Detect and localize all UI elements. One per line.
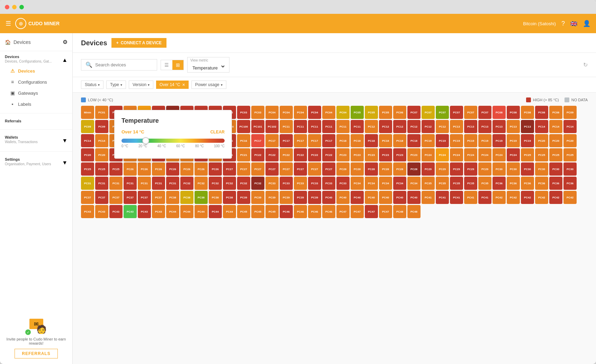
device-tile[interactable]: PC01 (95, 106, 108, 119)
device-tile[interactable]: PC37 (81, 191, 94, 204)
status-filter[interactable]: Status ▾ (81, 81, 103, 89)
device-tile[interactable]: PC33 (308, 177, 321, 190)
grid-view-button[interactable]: ⊞ (172, 60, 183, 70)
device-tile[interactable]: PC27 (237, 162, 250, 176)
device-tile[interactable]: PC21 (237, 148, 250, 161)
device-tile[interactable]: PC27 (265, 162, 279, 176)
device-tile[interactable]: PC39 (265, 191, 279, 204)
device-tile[interactable]: PC04 (336, 106, 350, 119)
device-tile[interactable]: PC34 (365, 177, 378, 190)
device-tile[interactable]: PC14 (95, 134, 108, 147)
sidebar-item-configurations[interactable]: ≡ Configurations (5, 76, 67, 87)
referrals-button[interactable]: REFERRALS (15, 349, 57, 358)
device-tile[interactable]: PC07 (450, 106, 463, 119)
device-tile[interactable]: PC11 (280, 120, 293, 133)
device-tile[interactable]: PC42 (563, 191, 577, 204)
temp-slider-thumb[interactable] (142, 137, 149, 144)
device-tile[interactable]: PC07 (407, 106, 421, 119)
device-tile[interactable]: PC101 (251, 120, 264, 133)
device-tile[interactable]: PC11 (336, 120, 350, 133)
search-box[interactable]: 🔍 (81, 59, 157, 71)
device-tile[interactable]: PC40 (336, 191, 350, 204)
device-tile[interactable]: PC35 (478, 177, 491, 190)
device-tile[interactable]: PC28 (379, 162, 392, 176)
device-tile[interactable]: PC08 (549, 106, 562, 119)
device-tile[interactable]: PC22 (308, 148, 321, 161)
device-tile[interactable]: PC06 (393, 106, 406, 119)
device-tile[interactable]: PC12 (422, 120, 435, 133)
device-tile[interactable]: PC36 (535, 177, 548, 190)
device-tile[interactable]: PC27 (322, 162, 335, 176)
device-tile[interactable]: PC44 (209, 205, 222, 218)
search-input[interactable] (95, 62, 153, 67)
device-tile[interactable]: PC24 (507, 148, 520, 161)
device-tile[interactable]: PC05 (351, 106, 364, 119)
device-tile[interactable]: PC04 (308, 106, 321, 119)
device-tile[interactable]: PC18 (336, 134, 350, 147)
device-tile[interactable]: PC38 (209, 191, 222, 204)
device-tile[interactable]: PC23 (393, 148, 406, 161)
device-tile[interactable]: PC33 (280, 177, 293, 190)
device-tile[interactable]: PC46 (308, 205, 321, 218)
device-tile[interactable]: PC37 (109, 191, 123, 204)
device-tile[interactable]: PC18 (393, 134, 406, 147)
device-tile[interactable]: PC27 (280, 162, 293, 176)
device-tile[interactable]: PC13 (493, 120, 506, 133)
device-tile[interactable]: PC32 (209, 177, 222, 190)
device-tile[interactable]: PC27 (294, 162, 307, 176)
device-tile[interactable]: PC30 (535, 162, 548, 176)
device-tile[interactable]: PC16 (237, 134, 250, 147)
device-tile[interactable]: PC19 (436, 134, 449, 147)
device-tile[interactable]: PC04 (322, 106, 335, 119)
device-tile[interactable]: PC08 (521, 106, 534, 119)
device-tile[interactable]: PC37 (124, 191, 137, 204)
device-tile[interactable]: PC13 (521, 120, 534, 133)
device-tile[interactable]: PC24 (478, 148, 491, 161)
device-tile[interactable]: PC34 (379, 177, 392, 190)
device-tile[interactable]: PC39 (294, 191, 307, 204)
device-tile[interactable]: PC43 (124, 205, 137, 218)
device-tile[interactable]: PC28 (351, 162, 364, 176)
device-tile[interactable]: PC09 (563, 106, 577, 119)
device-tile[interactable]: PC47 (365, 205, 378, 218)
device-tile[interactable]: PC07 (436, 106, 449, 119)
device-tile[interactable]: Minin (81, 106, 94, 119)
device-tile[interactable]: PC30 (493, 162, 506, 176)
device-tile[interactable]: PC19 (478, 134, 491, 147)
device-tile[interactable]: PC27 (251, 162, 264, 176)
device-tile[interactable]: PC19 (521, 134, 534, 147)
device-tile[interactable]: PC100 (237, 120, 250, 133)
device-tile[interactable]: PC31 (166, 177, 179, 190)
device-tile[interactable]: PC24 (422, 148, 435, 161)
device-tile[interactable]: PC41 (464, 191, 477, 204)
device-tile[interactable]: PC11 (294, 120, 307, 133)
device-tile[interactable]: PC11 (308, 120, 321, 133)
maximize-button[interactable] (19, 5, 24, 9)
remove-filter-icon[interactable]: × (182, 82, 185, 87)
device-tile[interactable]: PC28 (365, 162, 378, 176)
device-tile[interactable]: PC31 (138, 177, 151, 190)
device-tile[interactable]: PC22 (265, 148, 279, 161)
device-tile[interactable]: PC17 (308, 134, 321, 147)
list-view-button[interactable]: ☰ (161, 60, 172, 70)
device-tile[interactable]: PC24 (493, 148, 506, 161)
view-metric-select[interactable]: Temperature Power usage (191, 62, 226, 71)
device-tile[interactable]: PC30 (563, 162, 577, 176)
device-tile[interactable]: PC34 (393, 177, 406, 190)
device-tile[interactable]: PC27 (223, 162, 236, 176)
device-tile[interactable]: PC41 (436, 191, 449, 204)
device-tile[interactable]: PC35 (450, 177, 463, 190)
device-tile[interactable]: PC44 (180, 205, 193, 218)
device-tile[interactable]: PC41 (422, 191, 435, 204)
device-tile[interactable]: PC13 (464, 120, 477, 133)
device-tile[interactable]: PC17 (294, 134, 307, 147)
device-tile[interactable]: PC42 (507, 191, 520, 204)
device-tile[interactable]: PC18 (379, 134, 392, 147)
device-tile[interactable]: PC25 (95, 162, 108, 176)
device-tile[interactable]: PC24 (450, 148, 463, 161)
device-tile[interactable]: PC12 (379, 120, 392, 133)
device-tile[interactable]: PC11 (322, 120, 335, 133)
device-tile[interactable]: PC30 (549, 162, 562, 176)
device-tile[interactable]: PC17 (280, 134, 293, 147)
device-tile[interactable]: PC27 (308, 162, 321, 176)
